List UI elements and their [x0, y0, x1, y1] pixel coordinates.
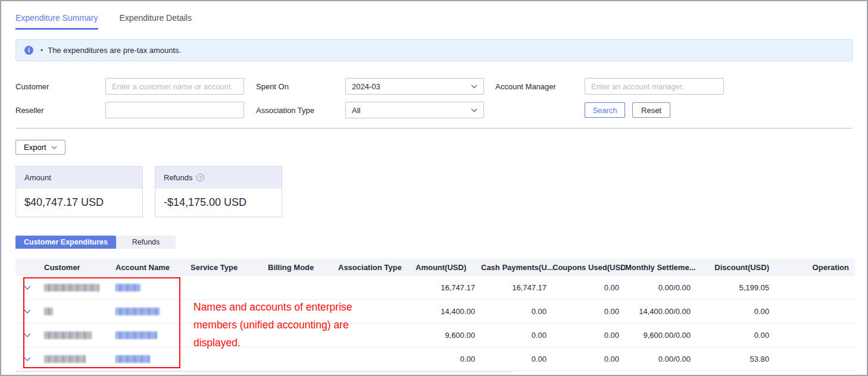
- table-row: 16,747.1716,747.170.000.00/0.005,199.05: [15, 276, 855, 300]
- top-tab-bar: Expenditure Summary Expenditure Details: [15, 13, 853, 30]
- reseller-label: Reseller: [15, 106, 105, 115]
- annotation-text: Names and accounts of enterprisemembers …: [193, 298, 372, 352]
- column-header: Association Type: [333, 263, 411, 272]
- section-divider: [15, 128, 853, 129]
- monthly-settlement-cell: 0.00/0.00: [625, 355, 697, 364]
- monthly-settlement-cell: 0.00/0.00: [625, 283, 697, 292]
- column-header: Monthly Settleme...: [625, 263, 697, 272]
- table-row: 9,600.000.000.009,600.00/0.000.00: [15, 324, 855, 347]
- redacted-account-name-link[interactable]: [115, 355, 150, 363]
- info-icon: i: [24, 46, 33, 55]
- annotation-line: members (unified accounting) are: [193, 316, 372, 334]
- redacted-customer-name: [44, 331, 92, 339]
- customer-cell-redacted: [39, 331, 111, 339]
- column-header: Amount(USD): [411, 263, 481, 272]
- reset-button[interactable]: Reset: [632, 102, 670, 118]
- spent-on-label: Spent On: [256, 82, 345, 91]
- filter-actions: Search Reset: [585, 102, 724, 118]
- cash-payments-cell: 0.00: [481, 307, 552, 316]
- export-label: Export: [24, 143, 46, 152]
- search-button[interactable]: Search: [585, 102, 625, 118]
- expenditure-page: Expenditure Summary Expenditure Details …: [0, 0, 868, 376]
- table-row: 14,400.000.000.0014,400.00/0.000.00: [15, 300, 855, 324]
- expenditures-table: CustomerAccount NameService TypeBilling …: [15, 259, 855, 372]
- refunds-card-value: -$14,175.00 USD: [155, 189, 282, 217]
- account-name-cell-redacted: [111, 284, 186, 292]
- tab-refunds[interactable]: Refunds: [116, 236, 176, 249]
- redacted-account-name-link[interactable]: [115, 331, 157, 339]
- association-type-label: Association Type: [256, 106, 345, 115]
- customer-input[interactable]: [105, 78, 244, 95]
- table-bottom-border: [15, 371, 513, 372]
- association-type-select[interactable]: All: [345, 102, 484, 118]
- account-name-cell-redacted: [111, 308, 186, 315]
- redacted-account-name-link[interactable]: [115, 308, 160, 315]
- redacted-customer-name: [44, 355, 86, 363]
- redacted-customer-name: [44, 308, 53, 315]
- row-expand-chevron-icon[interactable]: [15, 333, 39, 338]
- amount-cell: 14,400.00: [411, 307, 481, 316]
- column-header: Cash Payments(U...: [481, 263, 552, 272]
- coupons-used-cell: 0.00: [552, 307, 625, 316]
- row-expand-chevron-icon[interactable]: [15, 357, 39, 362]
- redacted-customer-name: [44, 284, 99, 292]
- account-manager-input[interactable]: [585, 78, 724, 95]
- table-body: 16,747.1716,747.170.000.00/0.005,199.051…: [15, 276, 855, 371]
- column-header: Service Type: [186, 263, 263, 272]
- customer-cell-redacted: [39, 355, 111, 363]
- customer-cell-redacted: [39, 308, 111, 315]
- bullet-icon: •: [40, 46, 43, 55]
- customer-cell-redacted: [39, 284, 111, 292]
- column-header: Coupons Used(USD): [552, 263, 625, 272]
- spent-on-select[interactable]: 2024-03: [345, 78, 484, 95]
- coupons-used-cell: 0.00: [552, 355, 625, 364]
- row-expand-chevron-icon[interactable]: [15, 286, 39, 290]
- annotation-line: displayed.: [193, 334, 372, 352]
- association-type-value: All: [352, 106, 360, 115]
- amount-cell: 9,600.00: [411, 331, 481, 340]
- tab-expenditure-details[interactable]: Expenditure Details: [120, 13, 192, 30]
- chevron-down-icon: [51, 146, 57, 149]
- annotation-line: Names and accounts of enterprise: [193, 298, 372, 316]
- account-name-cell-redacted: [111, 355, 186, 363]
- monthly-settlement-cell: 9,600.00/0.00: [625, 331, 697, 340]
- cash-payments-cell: 16,747.17: [481, 283, 552, 292]
- help-icon[interactable]: ?: [196, 174, 204, 181]
- column-header: Discount(USD): [697, 263, 775, 272]
- column-header: Account Name: [111, 263, 186, 272]
- column-header: Billing Mode: [263, 263, 333, 272]
- table-tab-bar: Customer Expenditures Refunds: [15, 236, 853, 249]
- discount-cell: 5,199.05: [697, 283, 775, 292]
- redacted-account-name-link[interactable]: [115, 284, 140, 292]
- coupons-used-cell: 0.00: [552, 283, 625, 292]
- info-banner: i • The expenditures are pre-tax amounts…: [15, 39, 853, 61]
- monthly-settlement-cell: 14,400.00/0.00: [625, 307, 697, 316]
- tab-expenditure-summary[interactable]: Expenditure Summary: [15, 13, 98, 30]
- refunds-card-title: Refunds: [164, 173, 192, 182]
- discount-cell: 0.00: [697, 331, 775, 340]
- cash-payments-cell: 0.00: [481, 355, 552, 364]
- chevron-down-icon: [471, 108, 477, 112]
- discount-cell: 53.80: [697, 355, 775, 364]
- amount-cell: 0.00: [411, 355, 481, 364]
- customer-label: Customer: [15, 82, 105, 91]
- amount-card: Amount $40,747.17 USD: [15, 166, 143, 217]
- account-manager-label: Account Manager: [495, 82, 585, 91]
- filter-panel: Customer Spent On 2024-03 Account Manage…: [15, 78, 853, 118]
- account-name-cell-redacted: [111, 331, 186, 339]
- cash-payments-cell: 0.00: [481, 331, 552, 340]
- discount-cell: 0.00: [697, 307, 775, 316]
- column-header: Operation: [775, 263, 855, 272]
- refunds-card: Refunds ? -$14,175.00 USD: [155, 166, 282, 217]
- amount-cell: 16,747.17: [411, 283, 481, 292]
- export-button[interactable]: Export: [15, 140, 65, 155]
- reseller-input[interactable]: [105, 102, 244, 118]
- chevron-down-icon: [471, 84, 477, 89]
- table-row: 0.000.000.000.00/0.0053.80: [15, 347, 855, 371]
- amount-card-value: $40,747.17 USD: [16, 189, 142, 217]
- spent-on-value: 2024-03: [352, 82, 380, 91]
- tab-customer-expenditures[interactable]: Customer Expenditures: [15, 236, 116, 249]
- amount-card-title: Amount: [24, 173, 51, 182]
- column-header: Customer: [39, 263, 111, 272]
- row-expand-chevron-icon[interactable]: [15, 309, 39, 314]
